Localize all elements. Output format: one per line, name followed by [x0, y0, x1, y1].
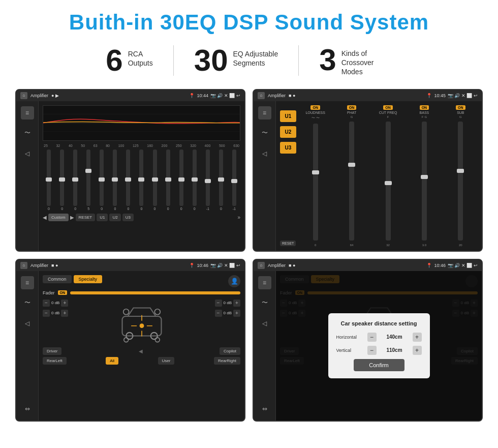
eq-slider-14: 0	[219, 150, 223, 211]
bass-slider[interactable]	[422, 122, 427, 241]
screen2-sidebar-eq-icon[interactable]: ≡	[258, 106, 271, 120]
cutfreq-slider[interactable]	[386, 122, 391, 241]
screen2-sidebar-speaker-icon[interactable]: ◁	[258, 147, 271, 160]
screen4-sidebar-adjust-icon[interactable]: ⇔	[258, 402, 271, 415]
stat-rca: 6 RCAOutputs	[85, 45, 173, 76]
eq-u1-btn[interactable]: U1	[97, 214, 108, 221]
screen4-sidebar-wave-icon[interactable]: 〜	[258, 296, 271, 310]
speaker-controls-right: − 0 dB + − 0 dB +	[215, 300, 240, 344]
screen4-time: 10:46	[434, 263, 446, 268]
screen4-home-icon[interactable]: ⌂	[258, 262, 265, 269]
u2-button[interactable]: U2	[280, 126, 296, 138]
eq-slider-13: -1	[206, 150, 210, 211]
all-btn[interactable]: All	[106, 357, 118, 365]
u3-button[interactable]: U3	[280, 142, 296, 154]
sidebar-eq-icon[interactable]: ≡	[21, 106, 34, 120]
horizontal-minus-btn[interactable]: −	[367, 333, 377, 342]
screen-speaker-common: ⌂ Amplifier ■ ● 📍 10:46 📷 🔊 ✕ ⬜ ↩ ≡ 〜 ◁ …	[15, 259, 245, 422]
eq-slider-8: 0	[139, 150, 143, 211]
screen4-app-label: Amplifier	[268, 263, 286, 268]
eq-slider-1: 0	[47, 150, 51, 211]
screen2-sidebar-wave-icon[interactable]: 〜	[258, 127, 271, 140]
eq-slider-12: 0	[193, 150, 197, 211]
db2-plus[interactable]: +	[61, 310, 68, 317]
screen2-home-icon[interactable]: ⌂	[258, 92, 265, 99]
fader-slider[interactable]	[70, 291, 240, 294]
u1-button[interactable]: U1	[280, 110, 296, 122]
eq-slider-15: -1	[232, 150, 236, 211]
loudness-slider[interactable]	[313, 124, 318, 241]
u-buttons-col: U1 U2 U3 RESET	[280, 105, 296, 247]
loudness-control: ON LOUDNESS 〜〜 0	[298, 105, 332, 247]
horizontal-value: 140cm	[380, 334, 410, 340]
driver-btn[interactable]: Driver	[43, 347, 61, 355]
stat-rca-text: RCAOutputs	[128, 45, 153, 68]
screen1-app-label: Amplifier	[30, 93, 48, 98]
db2-minus[interactable]: −	[43, 310, 50, 317]
speaker-controls-left: − 0 dB + − 0 dB +	[43, 300, 68, 344]
copilot-btn[interactable]: Copilot	[220, 347, 240, 355]
horizontal-plus-btn[interactable]: +	[413, 333, 422, 342]
screen3-home-icon[interactable]: ⌂	[20, 262, 27, 269]
sidebar-speaker-icon[interactable]: ◁	[21, 147, 34, 160]
vertical-minus-btn[interactable]: −	[367, 346, 377, 355]
eq-slider-7: 0	[126, 150, 130, 211]
rearright-btn[interactable]: RearRight	[214, 357, 240, 365]
screen3-sidebar-eq-icon[interactable]: ≡	[21, 276, 34, 289]
db-control-2: − 0 dB +	[43, 310, 68, 317]
screen3-sidebar-speaker-icon[interactable]: ◁	[21, 317, 34, 330]
eq-slider-10: 0	[166, 150, 170, 211]
home-icon[interactable]: ⌂	[20, 92, 27, 99]
screen4-sidebar-eq-icon[interactable]: ≡	[258, 276, 271, 289]
db4-minus[interactable]: −	[215, 310, 222, 317]
eq-custom-btn[interactable]: Custom	[48, 214, 69, 221]
db1-plus[interactable]: +	[61, 300, 68, 307]
db3-minus[interactable]: −	[215, 300, 222, 307]
tab-common[interactable]: Common	[43, 275, 72, 283]
vertical-plus-btn[interactable]: +	[413, 346, 422, 355]
screen3-sidebar-adjust-icon[interactable]: ⇔	[21, 402, 34, 415]
screen3-sidebar: ≡ 〜 ◁ ⇔	[16, 271, 39, 421]
db3-plus[interactable]: +	[233, 300, 240, 307]
eq-u2-btn[interactable]: U2	[109, 214, 120, 221]
screen3-main: Common Specialty 👤 Fader ON	[39, 271, 244, 421]
screen1-main: 2532405063 80100125160200 25032040050063…	[39, 101, 244, 251]
svg-point-12	[154, 309, 160, 314]
cutfreq-label: CUT FREQ	[379, 111, 397, 114]
db-control-4: − 0 dB +	[215, 310, 240, 317]
sidebar-wave-icon[interactable]: 〜	[21, 127, 34, 140]
eq-slider-11: 0	[179, 150, 183, 211]
page-title: Buith-in 30EQ DSP Sound System	[15, 10, 483, 35]
db2-value: 0 dB	[51, 311, 59, 315]
eq-slider-6: 0	[113, 150, 117, 211]
modal-vertical-row: Vertical − 110cm +	[336, 346, 422, 355]
screen2-sidebar: ≡ 〜 ◁	[254, 101, 276, 251]
user-btn[interactable]: User	[158, 357, 175, 365]
eq-u3-btn[interactable]: U3	[122, 214, 134, 221]
eq-freq-labels: 2532405063 80100125160200 25032040050063…	[43, 144, 240, 147]
eq-prev-arrow[interactable]: ◀	[43, 215, 47, 220]
eq-more-icon[interactable]: »	[237, 215, 240, 220]
eq-reset-btn[interactable]: RESET	[76, 214, 96, 221]
stat-eq-text: EQ AdjustableSegments	[233, 45, 278, 68]
phat-label: PHAT	[347, 111, 356, 114]
speaker-layout: − 0 dB + − 0 dB +	[43, 300, 240, 344]
rearleft-btn[interactable]: RearLeft	[43, 357, 67, 365]
eq-next-arrow[interactable]: ▶	[70, 215, 74, 220]
screen2-time: 10:45	[434, 93, 446, 98]
tab-specialty[interactable]: Specialty	[74, 275, 103, 283]
screen3-sidebar-wave-icon[interactable]: 〜	[21, 296, 34, 310]
confirm-button[interactable]: Confirm	[354, 359, 404, 371]
screen2-reset-btn[interactable]: RESET	[280, 241, 296, 246]
screen3-time: 10:46	[197, 263, 208, 268]
stat-rca-number: 6	[106, 45, 122, 76]
db1-minus[interactable]: −	[43, 300, 50, 307]
user-icon-btn[interactable]: 👤	[228, 275, 240, 287]
screen4-location-icon: 📍	[426, 263, 432, 268]
sub-slider[interactable]	[458, 122, 463, 241]
screen-speaker-modal: ⌂ Amplifier ■ ● 📍 10:46 📷 🔊 ✕ ⬜ ↩ ≡ 〜 ◁ …	[253, 259, 483, 422]
db4-plus[interactable]: +	[233, 310, 240, 317]
fader-on-badge: ON	[58, 290, 68, 295]
screen4-sidebar-speaker-icon[interactable]: ◁	[258, 317, 271, 330]
phat-slider[interactable]	[349, 122, 354, 241]
